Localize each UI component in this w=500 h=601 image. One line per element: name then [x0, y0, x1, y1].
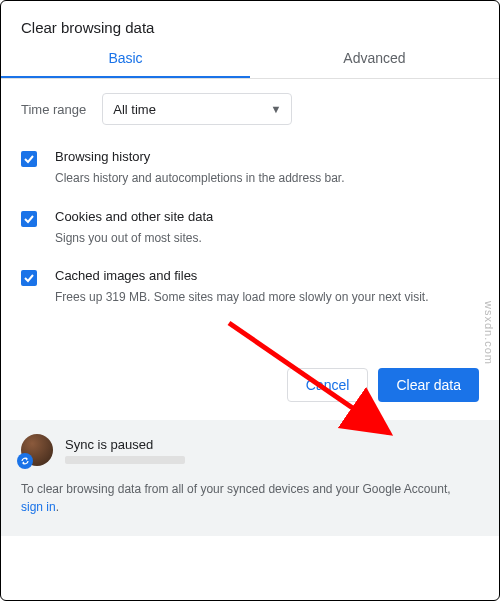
option-title: Cached images and files — [55, 268, 428, 285]
clear-data-button[interactable]: Clear data — [378, 368, 479, 402]
sync-panel: Sync is paused To clear browsing data fr… — [1, 420, 499, 536]
time-range-value: All time — [113, 102, 156, 117]
sync-email-redacted — [65, 456, 185, 464]
tabs: Basic Advanced — [1, 50, 499, 79]
option-cookies: Cookies and other site data Signs you ou… — [21, 209, 479, 247]
time-range-select[interactable]: All time ▼ — [102, 93, 292, 125]
chevron-down-icon: ▼ — [270, 103, 281, 115]
avatar — [21, 434, 53, 466]
sync-badge-icon — [17, 453, 33, 469]
checkbox-cache[interactable] — [21, 270, 37, 286]
checkbox-browsing-history[interactable] — [21, 151, 37, 167]
sign-in-link[interactable]: sign in — [21, 500, 56, 514]
dialog-actions: Cancel Clear data — [1, 368, 499, 420]
check-icon — [23, 213, 35, 225]
check-icon — [23, 153, 35, 165]
tab-basic[interactable]: Basic — [1, 50, 250, 78]
time-range-label: Time range — [21, 102, 86, 117]
cancel-button[interactable]: Cancel — [287, 368, 369, 402]
sync-note: To clear browsing data from all of your … — [21, 480, 479, 516]
checkbox-cookies[interactable] — [21, 211, 37, 227]
option-cache: Cached images and files Frees up 319 MB.… — [21, 268, 479, 306]
sync-note-text: To clear browsing data from all of your … — [21, 482, 451, 496]
check-icon — [23, 272, 35, 284]
option-desc: Clears history and autocompletions in th… — [55, 170, 345, 187]
sync-account-row: Sync is paused — [21, 434, 479, 466]
dialog-title: Clear browsing data — [1, 1, 499, 50]
option-desc: Frees up 319 MB. Some sites may load mor… — [55, 289, 428, 306]
sync-status-text: Sync is paused — [65, 437, 185, 452]
time-range-row: Time range All time ▼ — [21, 93, 479, 125]
option-browsing-history: Browsing history Clears history and auto… — [21, 149, 479, 187]
sync-note-suffix: . — [56, 500, 59, 514]
option-desc: Signs you out of most sites. — [55, 230, 213, 247]
watermark: wsxdn.com — [483, 301, 495, 365]
option-title: Cookies and other site data — [55, 209, 213, 226]
tab-advanced[interactable]: Advanced — [250, 50, 499, 78]
dialog-content: Time range All time ▼ Browsing history C… — [1, 79, 499, 306]
option-title: Browsing history — [55, 149, 345, 166]
